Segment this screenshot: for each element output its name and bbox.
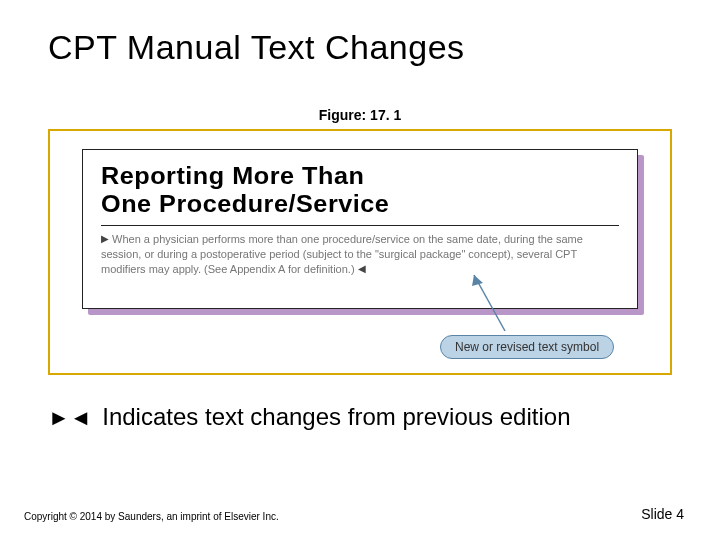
figure-label: Figure: 17. 1 — [0, 107, 720, 123]
callout-heading-line2: One Procedure/Service — [101, 190, 389, 217]
note-line: ►◄ Indicates text changes from previous … — [48, 403, 720, 431]
figure-frame: Reporting More Than One Procedure/Servic… — [48, 129, 672, 375]
callout-heading-line1: Reporting More Than — [101, 162, 364, 189]
info-pill: New or revised text symbol — [440, 335, 614, 359]
end-triangle-icon: ◀ — [358, 262, 366, 276]
note-text: Indicates text changes from previous edi… — [96, 403, 571, 430]
start-triangle-icon: ▶ — [101, 232, 109, 246]
slide-number: Slide 4 — [641, 506, 684, 522]
callout-body: ▶ When a physician performs more than on… — [101, 232, 619, 277]
callout-heading: Reporting More Than One Procedure/Servic… — [101, 162, 645, 217]
callout-box: Reporting More Than One Procedure/Servic… — [82, 149, 638, 309]
slide: CPT Manual Text Changes Figure: 17. 1 Re… — [0, 0, 720, 540]
page-title: CPT Manual Text Changes — [0, 0, 720, 67]
pointer-arrow-icon — [450, 261, 530, 341]
copyright-text: Copyright © 2014 by Saunders, an imprint… — [24, 511, 279, 522]
triangle-pair-icon: ►◄ — [48, 405, 92, 430]
callout-container: Reporting More Than One Procedure/Servic… — [82, 149, 638, 309]
svg-marker-1 — [472, 275, 483, 286]
divider — [101, 225, 619, 226]
